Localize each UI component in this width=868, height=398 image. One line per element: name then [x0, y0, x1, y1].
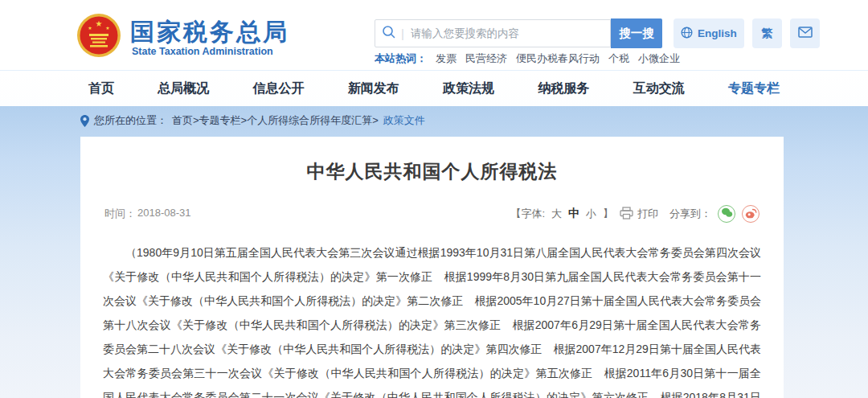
english-button[interactable]: English — [674, 18, 744, 48]
content-area: 您所在的位置： 首页>专题专栏>个人所得综合所得年度汇算>政策文件 中华人民共和… — [0, 106, 868, 398]
nav-item-home[interactable]: 首页 — [88, 80, 114, 97]
article-card: 中华人民共和国个人所得税法 时间： 2018-08-31 【字体: 大 中 小 … — [80, 137, 784, 398]
globe-icon — [681, 27, 693, 41]
breadcrumb-label: 您所在的位置： — [94, 113, 167, 128]
wechat-icon — [721, 207, 733, 220]
hot-word-link[interactable]: 便民办税春风行动 — [516, 51, 600, 66]
font-size-medium-button[interactable]: 中 — [568, 207, 579, 221]
date-label: 时间： — [104, 207, 136, 221]
weibo-icon — [745, 207, 757, 221]
breadcrumb: 您所在的位置： 首页>专题专栏>个人所得综合所得年度汇算>政策文件 — [0, 106, 868, 135]
hot-word-link[interactable]: 民营经济 — [465, 51, 507, 66]
date-value: 2018-08-31 — [137, 207, 191, 221]
font-size-large-button[interactable]: 大 — [551, 207, 562, 221]
font-size-small-button[interactable]: 小 — [586, 207, 596, 221]
search-input[interactable] — [411, 27, 604, 39]
site-title: 国家税务总局 — [130, 16, 289, 49]
site-header: ★ ★ ★ 国家税务总局 State Taxation Administrati… — [0, 0, 868, 71]
article-toolbar: 【字体: 大 中 小 】 打印 — [510, 205, 760, 223]
font-size-close: 】 — [603, 207, 613, 221]
nav-item-info-disclosure[interactable]: 信息公开 — [253, 80, 305, 97]
share-label: 分享到： — [669, 207, 711, 221]
breadcrumb-current[interactable]: 政策文件 — [383, 113, 425, 128]
hot-word-link[interactable]: 个税 — [608, 51, 629, 66]
english-button-label: English — [698, 27, 737, 39]
nav-item-news[interactable]: 新闻发布 — [348, 80, 399, 97]
hot-word-link[interactable]: 发票 — [436, 51, 457, 66]
article-body-paragraph: （1980年9月10日第五届全国人民代表大会第三次会议通过根据1993年10月3… — [103, 240, 761, 398]
search-button[interactable]: 搜一搜 — [611, 18, 662, 48]
font-size-open: 【字体: — [510, 207, 545, 221]
site-title-english: State Taxation Administration — [132, 46, 273, 57]
hot-words-row: 本站热词： 发票 民营经济 便民办税春风行动 个税 小微企业 — [375, 51, 680, 66]
nav-item-policies[interactable]: 政策法规 — [443, 80, 494, 97]
printer-icon — [620, 207, 633, 222]
traditional-chinese-button[interactable]: 繁 — [752, 18, 782, 48]
article-title: 中华人民共和国个人所得税法 — [80, 159, 784, 184]
national-emblem-logo: ★ ★ ★ — [76, 13, 121, 61]
hot-word-link[interactable]: 小微企业 — [638, 51, 680, 66]
mail-icon — [798, 27, 813, 40]
hot-words-label: 本站热词： — [375, 51, 427, 66]
print-label: 打印 — [637, 207, 658, 221]
publish-date: 时间： 2018-08-31 — [104, 207, 191, 221]
search-row: | 搜一搜 English 繁 — [375, 18, 820, 48]
search-icon — [382, 25, 395, 42]
print-button[interactable]: 打印 — [620, 207, 658, 222]
nav-item-interaction[interactable]: 互动交流 — [633, 80, 685, 97]
mail-button[interactable] — [790, 18, 820, 48]
svg-text:★: ★ — [96, 19, 103, 28]
main-navigation: 首页 总局概况 信息公开 新闻发布 政策法规 纳税服务 互动交流 专题专栏 — [0, 71, 868, 106]
nav-item-special-topics[interactable]: 专题专栏 — [728, 80, 780, 97]
nav-item-tax-services[interactable]: 纳税服务 — [538, 80, 589, 97]
page: ★ ★ ★ 国家税务总局 State Taxation Administrati… — [0, 0, 868, 398]
breadcrumb-path[interactable]: 首页>专题专栏>个人所得综合所得年度汇算> — [172, 113, 379, 128]
share-wechat-button[interactable] — [718, 205, 735, 223]
share-weibo-button[interactable] — [742, 205, 760, 223]
location-pin-icon — [80, 115, 89, 127]
svg-text:★: ★ — [105, 26, 109, 31]
search-box[interactable]: | — [375, 19, 611, 47]
svg-text:★: ★ — [88, 26, 92, 31]
article-meta-row: 时间： 2018-08-31 【字体: 大 中 小 】 — [104, 205, 760, 223]
search-divider: | — [401, 27, 404, 40]
nav-item-overview[interactable]: 总局概况 — [158, 80, 209, 97]
